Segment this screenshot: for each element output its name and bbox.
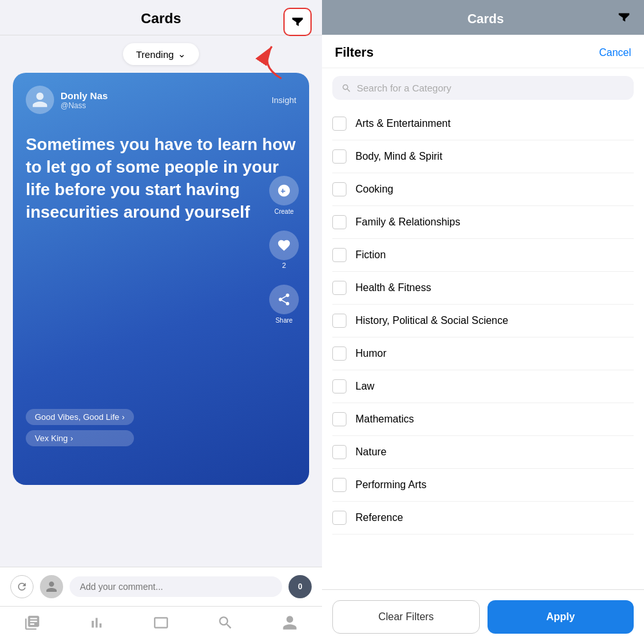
right-header: Cards [322,0,644,35]
category-item[interactable]: Performing Arts [332,469,634,502]
category-label-health: Health & Fitness [355,282,431,294]
tag-1-chevron: › [122,412,124,422]
share-label: Share [276,317,293,324]
card-quote: Sometimes you have to learn how to let g… [26,133,296,223]
category-item[interactable]: Health & Fitness [332,272,634,305]
category-item[interactable]: History, Political & Social Science [332,305,634,337]
category-item[interactable]: Mathematics [332,403,634,436]
comment-count: 0 [298,582,303,591]
cancel-button[interactable]: Cancel [599,47,631,59]
category-checkbox-humor[interactable] [332,346,346,361]
card-tag: Insight [272,95,296,105]
right-filter-icon[interactable] [617,10,631,27]
like-count: 2 [282,261,286,269]
search-placeholder: Search for a Category [357,82,451,93]
comment-input[interactable] [70,576,282,597]
avatar [26,86,54,114]
trending-dropdown[interactable]: Trending ⌄ [123,43,199,65]
category-item[interactable]: Reference [332,502,634,535]
left-header: Cards [0,0,322,35]
filter-icon [290,15,305,29]
category-checkbox-history[interactable] [332,314,346,328]
category-label-cooking: Cooking [355,184,393,195]
like-button[interactable] [269,231,299,260]
category-label-history: History, Political & Social Science [355,315,508,327]
card-area: Donly Nas @Nass Insight Sometimes you ha… [0,73,322,567]
right-panel: Cards Filters Cancel Search for a Catego… [322,0,644,644]
chevron-down-icon: ⌄ [178,48,186,60]
user-name: Donly Nas [61,90,108,101]
nav-item-stats[interactable] [88,614,105,631]
card-tags: Good Vibes, Good Life › Vex King › [26,409,134,446]
share-button[interactable] [269,285,299,314]
category-checkbox-reference[interactable] [332,511,346,525]
nav-item-profile[interactable] [281,614,298,631]
tag-2-chevron: › [70,433,73,443]
nav-item-search[interactable] [217,614,234,631]
trending-label: Trending [136,49,174,60]
category-item[interactable]: Law [332,370,634,403]
category-checkbox-family[interactable] [332,215,346,229]
create-button[interactable] [269,176,299,205]
bottom-nav [0,606,322,644]
card-header: Donly Nas @Nass Insight [26,86,296,114]
user-info: Donly Nas @Nass [61,90,108,110]
nav-item-cards[interactable] [153,614,169,631]
category-label-reference: Reference [355,512,403,524]
category-checkbox-nature[interactable] [332,445,346,459]
card-user: Donly Nas @Nass [26,86,108,114]
apply-button[interactable]: Apply [488,600,634,634]
main-card: Donly Nas @Nass Insight Sometimes you ha… [13,73,309,485]
search-icon [341,83,352,93]
category-label-nature: Nature [355,446,386,458]
filters-title: Filters [335,45,374,60]
category-item[interactable]: Fiction [332,239,634,272]
category-checkbox-arts[interactable] [332,117,346,131]
comment-bar: 0 [0,567,322,606]
category-checkbox-body[interactable] [332,149,346,164]
filters-title-bar: Filters Cancel [322,35,644,68]
category-item[interactable]: Family & Relationships [332,206,634,239]
category-checkbox-mathematics[interactable] [332,412,346,426]
user-handle: @Nass [61,101,108,110]
tag-1-label: Good Vibes, Good Life [35,412,119,422]
tag-2-label: Vex King [35,433,68,443]
category-label-mathematics: Mathematics [355,413,414,425]
category-label-body: Body, Mind & Spirit [355,151,442,162]
clear-filters-button[interactable]: Clear Filters [332,600,480,634]
comment-send-button[interactable]: 0 [289,575,312,598]
category-item[interactable]: Body, Mind & Spirit [332,140,634,173]
right-title: Cards [354,12,617,26]
category-item[interactable]: Humor [332,337,634,370]
category-label-humor: Humor [355,348,386,359]
category-checkbox-fiction[interactable] [332,248,346,262]
filter-button[interactable] [283,8,312,36]
left-title: Cards [141,10,181,27]
bottom-actions: Clear Filters Apply [322,589,644,644]
category-checkbox-performing[interactable] [332,478,346,492]
arrow-annotation [246,40,291,88]
category-label-performing: Performing Arts [355,479,426,491]
category-item[interactable]: Cooking [332,173,634,206]
category-checkbox-cooking[interactable] [332,182,346,196]
commenter-avatar [40,575,63,598]
category-label-family: Family & Relationships [355,216,460,228]
tag-pill-1[interactable]: Good Vibes, Good Life › [26,409,134,425]
category-checkbox-health[interactable] [332,281,346,295]
tag-pill-2[interactable]: Vex King › [26,430,134,446]
category-search-box[interactable]: Search for a Category [332,76,634,100]
categories-list: Arts & Entertainment Body, Mind & Spirit… [322,108,644,589]
category-label-fiction: Fiction [355,249,386,261]
category-item[interactable]: Nature [332,436,634,469]
create-label: Create [274,208,294,215]
category-label-arts: Arts & Entertainment [355,118,451,129]
category-checkbox-law[interactable] [332,379,346,393]
refresh-button[interactable] [10,575,33,598]
card-actions: Create 2 Share [269,176,299,324]
nav-item-library[interactable] [24,614,41,631]
category-label-law: Law [355,381,374,392]
left-panel: Cards Trending ⌄ [0,0,322,644]
category-item[interactable]: Arts & Entertainment [332,108,634,140]
